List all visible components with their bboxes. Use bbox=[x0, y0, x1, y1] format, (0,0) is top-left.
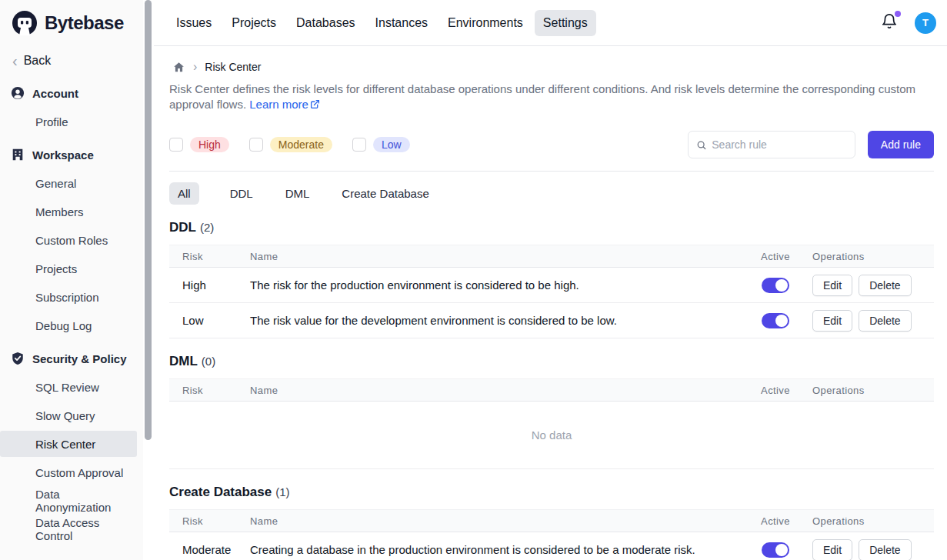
table-row: Moderate Creating a database in the prod… bbox=[169, 532, 934, 560]
back-button[interactable]: ‹ Back bbox=[0, 45, 143, 75]
top-navigation: Issues Projects Databases Instances Envi… bbox=[154, 0, 947, 46]
create-database-table: Risk Name Active Operations Moderate Cre… bbox=[169, 509, 934, 560]
bytebase-logo-icon bbox=[11, 9, 38, 37]
nav-environments[interactable]: Environments bbox=[439, 10, 532, 36]
sidebar-section-workspace: Workspace bbox=[0, 137, 143, 168]
divider bbox=[169, 171, 934, 172]
nav-settings[interactable]: Settings bbox=[535, 10, 596, 36]
tab-create-database[interactable]: Create Database bbox=[340, 182, 430, 205]
sidebar-item-subscription[interactable]: Subscription bbox=[0, 284, 137, 310]
tab-dml[interactable]: DML bbox=[284, 182, 312, 205]
sidebar-item-custom-approval[interactable]: Custom Approval bbox=[0, 459, 137, 485]
active-toggle[interactable] bbox=[762, 278, 789, 293]
sidebar-scrollbar-thumb[interactable] bbox=[145, 0, 152, 440]
tab-ddl[interactable]: DDL bbox=[228, 182, 255, 205]
risk-level: Low bbox=[169, 314, 250, 327]
settings-sidebar: Bytebase ‹ Back Account Profile Workspac… bbox=[0, 0, 143, 560]
nav-projects[interactable]: Projects bbox=[223, 10, 285, 36]
sidebar-item-custom-roles[interactable]: Custom Roles bbox=[0, 227, 137, 253]
sidebar-section-label: Workspace bbox=[32, 148, 94, 162]
high-badge: High bbox=[190, 137, 229, 152]
sidebar-item-slow-query[interactable]: Slow Query bbox=[0, 402, 137, 428]
rule-name: Creating a database in the production en… bbox=[250, 543, 739, 556]
table-header-row: Risk Name Active Operations bbox=[169, 245, 934, 268]
delete-button[interactable]: Delete bbox=[859, 310, 911, 332]
filter-toolbar: High Moderate Low Add rule bbox=[169, 131, 934, 158]
rule-name: The risk for the production environment … bbox=[250, 278, 739, 292]
user-avatar[interactable]: T bbox=[915, 12, 936, 34]
category-tabs: All DDL DML Create Database bbox=[169, 182, 934, 205]
active-toggle[interactable] bbox=[762, 542, 789, 558]
low-badge: Low bbox=[373, 137, 410, 152]
shield-check-icon bbox=[11, 352, 25, 365]
nav-issues[interactable]: Issues bbox=[168, 10, 220, 36]
bytebase-logo[interactable]: Bytebase bbox=[0, 8, 143, 45]
sidebar-item-projects[interactable]: Projects bbox=[0, 255, 137, 282]
chevron-left-icon: ‹ bbox=[12, 55, 18, 66]
ddl-table: Risk Name Active Operations High The ris… bbox=[169, 245, 934, 338]
notification-dot bbox=[895, 11, 901, 17]
search-rule-input[interactable] bbox=[712, 138, 847, 151]
breadcrumb: › Risk Center bbox=[172, 60, 934, 74]
edit-button[interactable]: Edit bbox=[812, 539, 852, 560]
delete-button[interactable]: Delete bbox=[859, 275, 911, 296]
section-title: DDL(2) bbox=[169, 220, 934, 235]
add-rule-button[interactable]: Add rule bbox=[868, 131, 934, 158]
sidebar-item-general[interactable]: General bbox=[0, 170, 137, 196]
rule-name: The risk value for the development envir… bbox=[250, 314, 739, 327]
page-description: Risk Center defines the risk levels for … bbox=[169, 82, 927, 112]
section-ddl: DDL(2) Risk Name Active Operations High … bbox=[169, 220, 934, 338]
moderate-badge: Moderate bbox=[270, 137, 332, 152]
tab-all[interactable]: All bbox=[169, 182, 199, 205]
table-header-row: Risk Name Active Operations bbox=[169, 378, 934, 402]
edit-button[interactable]: Edit bbox=[812, 310, 852, 332]
breadcrumb-current: Risk Center bbox=[205, 61, 261, 73]
search-icon bbox=[696, 139, 706, 151]
home-icon[interactable] bbox=[172, 61, 185, 74]
sidebar-section-account: Account bbox=[0, 75, 143, 106]
risk-level: Moderate bbox=[169, 543, 250, 556]
filter-low: Low bbox=[352, 137, 410, 152]
external-link-icon bbox=[310, 99, 320, 109]
sidebar-item-data-access-control[interactable]: Data Access Control bbox=[0, 516, 137, 542]
edit-button[interactable]: Edit bbox=[812, 275, 852, 296]
section-title: Create Database(1) bbox=[169, 485, 934, 500]
learn-more-link[interactable]: Learn more bbox=[249, 98, 320, 111]
high-checkbox[interactable] bbox=[169, 138, 183, 152]
notifications-button[interactable] bbox=[881, 13, 898, 33]
filter-high: High bbox=[169, 137, 229, 152]
filter-moderate: Moderate bbox=[249, 137, 332, 152]
table-row: Low The risk value for the development e… bbox=[169, 303, 934, 338]
sidebar-item-debug-log[interactable]: Debug Log bbox=[0, 312, 137, 338]
risk-level: High bbox=[169, 278, 250, 292]
sidebar-item-profile[interactable]: Profile bbox=[0, 108, 137, 135]
table-row: High The risk for the production environ… bbox=[169, 268, 934, 303]
low-checkbox[interactable] bbox=[352, 138, 366, 152]
sidebar-item-risk-center[interactable]: Risk Center bbox=[0, 431, 137, 457]
brand-name: Bytebase bbox=[45, 12, 124, 34]
sidebar-item-sql-review[interactable]: SQL Review bbox=[0, 374, 137, 400]
back-label: Back bbox=[24, 54, 52, 68]
dml-table: Risk Name Active Operations No data bbox=[169, 378, 934, 469]
section-dml: DML(0) Risk Name Active Operations No da… bbox=[169, 354, 934, 469]
delete-button[interactable]: Delete bbox=[859, 539, 911, 560]
nav-databases[interactable]: Databases bbox=[288, 10, 364, 36]
building-icon bbox=[11, 148, 25, 162]
user-circle-icon bbox=[11, 86, 25, 100]
section-title: DML(0) bbox=[169, 354, 934, 369]
active-toggle[interactable] bbox=[762, 313, 789, 328]
sidebar-scrollbar-track bbox=[143, 0, 154, 560]
chevron-right-icon: › bbox=[193, 60, 197, 74]
sidebar-section-security-policy: Security & Policy bbox=[0, 341, 143, 372]
table-header-row: Risk Name Active Operations bbox=[169, 509, 934, 532]
moderate-checkbox[interactable] bbox=[249, 138, 263, 152]
sidebar-item-data-anonymization[interactable]: Data Anonymization bbox=[0, 488, 137, 514]
nav-instances[interactable]: Instances bbox=[367, 10, 436, 36]
sidebar-section-label: Account bbox=[32, 87, 78, 100]
no-data-placeholder: No data bbox=[169, 402, 934, 469]
search-rule-box bbox=[688, 131, 855, 158]
section-create-database: Create Database(1) Risk Name Active Oper… bbox=[169, 485, 934, 560]
sidebar-section-label: Security & Policy bbox=[32, 352, 127, 365]
sidebar-item-members[interactable]: Members bbox=[0, 198, 137, 225]
